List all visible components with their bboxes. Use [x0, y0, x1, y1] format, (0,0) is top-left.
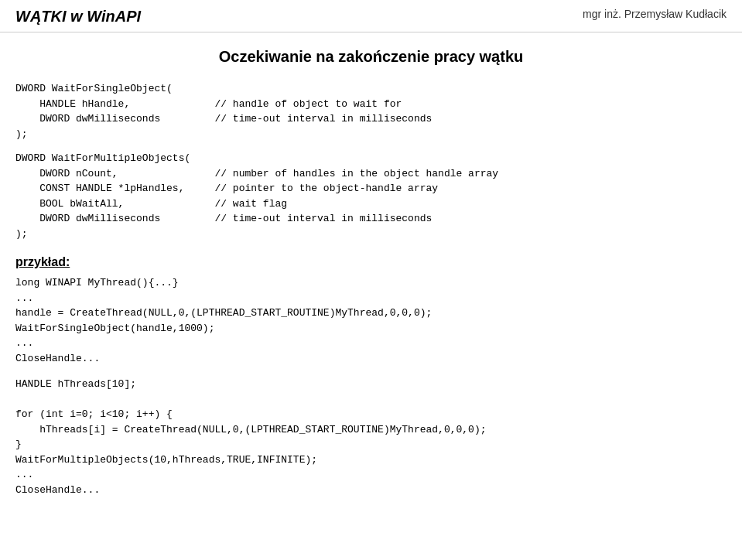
example-label-text: przykład: [15, 255, 70, 268]
example-code-2: HANDLE hThreads[10]; for (int i=0; i<10;… [15, 377, 727, 497]
page-title: Oczekiwanie na zakończenie pracy wątku [0, 48, 742, 66]
header-author: mgr inż. Przemysław Kudłacik [583, 8, 727, 20]
spacer1 [15, 142, 727, 151]
wait-multiple-objects-code: DWORD WaitForMultipleObjects( DWORD nCou… [15, 151, 727, 241]
spacer2 [15, 366, 727, 377]
header-title: WĄTKI w WinAPI [15, 8, 141, 26]
content-area: DWORD WaitForSingleObject( HANDLE hHandl… [0, 81, 742, 497]
example-code-1: long WINAPI MyThread(){...} ... handle =… [15, 275, 727, 366]
page-header: WĄTKI w WinAPI mgr inż. Przemysław Kudła… [0, 0, 742, 32]
example-label: przykład: [15, 255, 727, 269]
wait-single-object-code: DWORD WaitForSingleObject( HANDLE hHandl… [15, 81, 727, 142]
